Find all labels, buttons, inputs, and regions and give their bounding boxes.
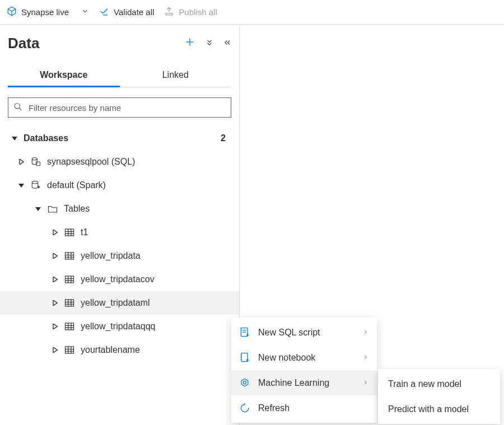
table-icon <box>64 322 75 331</box>
svg-rect-14 <box>66 253 74 259</box>
search-icon <box>13 102 22 113</box>
caret-right-icon <box>52 253 58 259</box>
add-button[interactable] <box>184 36 195 51</box>
caret-right-icon <box>52 230 58 235</box>
validate-label: Validate all <box>114 7 154 17</box>
top-toolbar: Synapse live Validate all Publish all <box>0 0 504 25</box>
tree-label: Tables <box>64 204 226 214</box>
collapse-pane-icon[interactable] <box>223 39 231 48</box>
table-icon <box>64 251 75 260</box>
sql-database-icon <box>30 157 41 167</box>
tree-node-table[interactable]: yellow_tripdatacov <box>8 268 231 291</box>
menu-label: New notebook <box>258 353 354 363</box>
svg-rect-19 <box>66 276 74 283</box>
refresh-icon <box>239 403 250 414</box>
tree-node-sqlpool[interactable]: synapsesqlpool (SQL) <box>8 150 231 174</box>
tree-label: Databases <box>24 133 215 143</box>
mode-label: Synapse live <box>21 7 69 17</box>
data-pane: Data Workspace Linked <box>0 25 240 425</box>
pane-title: Data <box>8 35 39 52</box>
menu-machine-learning[interactable]: Machine Learning <box>231 370 377 395</box>
tree-node-spark[interactable]: default (Spark) <box>8 174 231 197</box>
publish-all-button[interactable]: Publish all <box>164 6 217 18</box>
submenu-label: Predict with a model <box>388 404 492 414</box>
tree-label: yellow_tripdatacov <box>81 274 226 284</box>
table-icon <box>64 298 75 307</box>
svg-point-4 <box>15 104 20 109</box>
menu-refresh[interactable]: Refresh <box>231 395 377 421</box>
table-icon <box>64 345 75 354</box>
chevron-right-icon <box>362 328 369 338</box>
menu-label: Machine Learning <box>258 378 354 388</box>
tree-label: yellow_tripdataml <box>81 298 226 308</box>
chevron-right-icon <box>362 353 369 363</box>
svg-point-6 <box>32 158 37 161</box>
tree-label: yourtablename <box>81 345 226 355</box>
tree-node-table[interactable]: yellow_tripdataqqq <box>8 315 231 338</box>
validate-icon <box>99 6 109 18</box>
tab-workspace[interactable]: Workspace <box>8 66 120 87</box>
mode-dropdown[interactable]: Synapse live <box>7 6 89 18</box>
menu-label: New SQL script <box>258 328 354 338</box>
caret-down-icon <box>11 136 18 141</box>
publish-icon <box>164 6 174 18</box>
caret-right-icon <box>52 300 58 306</box>
svg-point-8 <box>32 181 38 184</box>
notebook-icon <box>239 352 250 363</box>
tree-label: default (Spark) <box>47 180 226 190</box>
tree-node-tables[interactable]: Tables <box>8 197 231 221</box>
publish-label: Publish all <box>179 7 217 17</box>
caret-right-icon <box>52 324 58 329</box>
table-icon <box>64 228 75 237</box>
validate-all-button[interactable]: Validate all <box>99 6 154 18</box>
cube-icon <box>7 6 17 18</box>
tree-label: yellow_tripdata <box>81 251 226 261</box>
table-icon <box>64 275 75 284</box>
context-menu: New SQL script New notebook Machine Lear… <box>231 317 377 423</box>
ml-submenu: Train a new model Predict with a model <box>378 369 500 424</box>
spark-database-icon <box>30 180 41 190</box>
tree-label: yellow_tripdataqqq <box>81 321 226 331</box>
caret-right-icon <box>18 159 25 165</box>
submenu-label: Train a new model <box>388 379 492 389</box>
svg-rect-1 <box>166 13 172 15</box>
menu-new-notebook[interactable]: New notebook <box>231 345 377 370</box>
caret-right-icon <box>52 277 58 282</box>
chevron-down-icon <box>81 7 89 17</box>
submenu-train-model[interactable]: Train a new model <box>378 371 500 396</box>
tree-node-databases[interactable]: Databases 2 <box>8 127 231 150</box>
svg-rect-9 <box>66 229 74 236</box>
tree: Databases 2 synapsesqlpool (SQL) <box>8 127 231 362</box>
submenu-predict-model[interactable]: Predict with a model <box>378 396 500 422</box>
tabs: Workspace Linked <box>8 66 231 87</box>
svg-point-46 <box>244 381 246 384</box>
svg-rect-34 <box>66 347 74 353</box>
tree-node-table[interactable]: yellow_tripdata <box>8 244 231 268</box>
menu-label: Refresh <box>258 403 369 413</box>
caret-down-icon <box>35 206 41 212</box>
tree-label: t1 <box>81 227 226 237</box>
ml-icon <box>239 377 250 389</box>
tab-linked[interactable]: Linked <box>120 66 232 87</box>
tree-node-table[interactable]: t1 <box>8 221 231 244</box>
caret-down-icon <box>18 183 25 188</box>
tree-count: 2 <box>221 133 226 143</box>
expand-all-icon[interactable] <box>206 39 213 48</box>
caret-right-icon <box>52 347 58 353</box>
filter-input[interactable] <box>8 97 231 118</box>
svg-rect-24 <box>66 300 74 306</box>
folder-icon <box>47 204 58 213</box>
menu-new-sql-script[interactable]: New SQL script <box>231 320 377 345</box>
tree-node-table-selected[interactable]: yellow_tripdataml <box>0 291 239 315</box>
svg-line-5 <box>19 108 21 110</box>
svg-rect-29 <box>66 323 74 330</box>
sql-script-icon <box>239 327 250 338</box>
chevron-right-icon <box>362 378 369 388</box>
tree-node-table[interactable]: yourtablename <box>8 338 231 362</box>
tree-label: synapsesqlpool (SQL) <box>47 157 226 167</box>
